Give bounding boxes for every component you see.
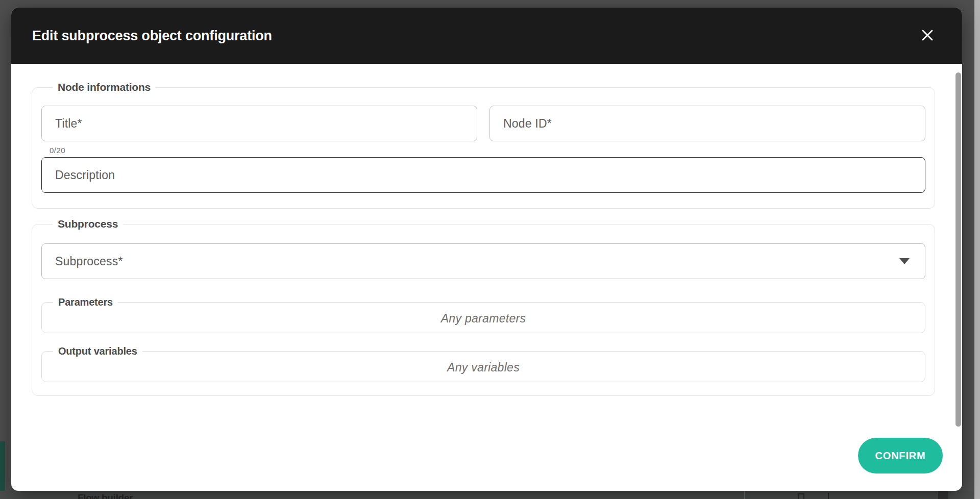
background-page-strip: Flow builder <box>0 491 974 499</box>
subprocess-legend: Subprocess <box>53 218 123 230</box>
flow-canvas-dot-grid <box>255 491 744 499</box>
dialog-title: Edit subprocess object configuration <box>32 28 272 44</box>
dialog-header: Edit subprocess object configuration <box>11 8 962 64</box>
chevron-down-icon <box>899 258 910 264</box>
node-informations-legend: Node informations <box>53 81 156 93</box>
subprocess-section: Subprocess Subprocess* Parameters Any pa… <box>32 218 935 396</box>
output-variables-empty-text: Any variables <box>42 361 925 375</box>
close-icon <box>920 28 935 44</box>
confirm-button[interactable]: CONFIRM <box>858 438 943 473</box>
parameters-legend: Parameters <box>53 296 118 308</box>
edit-subprocess-dialog: Edit subprocess object configuration Nod… <box>11 8 962 491</box>
parameters-section: Parameters Any parameters <box>41 296 925 333</box>
subprocess-select[interactable]: Subprocess* <box>41 243 925 279</box>
background-page-title: Flow builder <box>78 492 133 499</box>
title-nodeid-row <box>41 106 925 141</box>
description-row <box>41 157 925 193</box>
dialog-body: Node informations 0/20 Subprocess Subpro… <box>11 64 962 491</box>
title-char-counter: 0/20 <box>50 146 925 155</box>
background-flow-node <box>798 493 804 499</box>
background-flow-edge <box>828 493 829 499</box>
output-variables-legend: Output variables <box>53 345 142 357</box>
close-button[interactable] <box>917 26 938 46</box>
node-informations-section: Node informations 0/20 <box>32 81 935 209</box>
title-input[interactable] <box>41 106 477 141</box>
parameters-empty-text: Any parameters <box>42 312 925 326</box>
output-variables-section: Output variables Any variables <box>41 345 925 382</box>
node-id-input[interactable] <box>489 106 925 141</box>
description-input[interactable] <box>41 157 925 193</box>
background-dark-block <box>938 491 948 499</box>
subprocess-select-placeholder: Subprocess* <box>55 255 123 268</box>
page-scrollbar[interactable] <box>974 0 980 499</box>
background-panel-edge <box>744 491 745 499</box>
modal-scrollbar-thumb[interactable] <box>955 72 961 427</box>
